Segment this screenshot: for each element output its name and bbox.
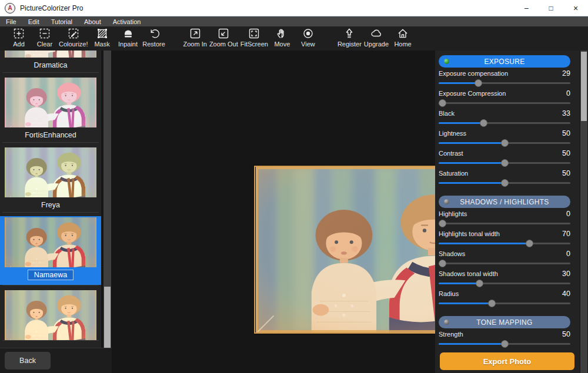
- tool-mask-button[interactable]: Mask: [89, 26, 115, 48]
- slider-value: 33: [562, 109, 570, 117]
- tool-zoom-out-button[interactable]: Zoom Out: [208, 26, 239, 48]
- preset-label: Freya: [0, 200, 101, 210]
- tool-zoom-in-button[interactable]: Zoom In: [182, 26, 208, 48]
- tool-home-button[interactable]: Home: [390, 26, 416, 48]
- slider-value: 50: [562, 330, 570, 338]
- slider-value: 40: [562, 290, 570, 298]
- preset-thumbnail[interactable]: [5, 78, 96, 127]
- tool-add-button[interactable]: Add: [6, 26, 32, 48]
- slider-knob[interactable]: [501, 340, 509, 348]
- preset-thumbnail[interactable]: [5, 51, 96, 58]
- sidebar-scrollbar[interactable]: [103, 51, 111, 348]
- section-title: EXPOSURE: [484, 58, 524, 66]
- maximize-button[interactable]: □: [539, 0, 563, 16]
- menu-item-about[interactable]: About: [78, 18, 107, 25]
- close-button[interactable]: ×: [563, 0, 588, 16]
- slider-knob[interactable]: [439, 260, 446, 267]
- slider-knob[interactable]: [475, 79, 482, 87]
- panel-scrollbar-thumb[interactable]: [581, 52, 587, 121]
- preset-thumbnail-art: [5, 78, 96, 127]
- preset-item-freya[interactable]: Freya: [0, 143, 101, 210]
- tool-label: Mask: [94, 41, 109, 48]
- slider-track[interactable]: [439, 299, 570, 308]
- section-header-tone-mapping[interactable]: TONE MAPPING: [439, 316, 570, 328]
- slider-track[interactable]: [439, 239, 570, 248]
- menu-item-tutorial[interactable]: Tutorial: [45, 18, 78, 25]
- slider-track[interactable]: [439, 119, 570, 127]
- slider-knob[interactable]: [526, 240, 533, 247]
- tool-upgrade-button[interactable]: Upgrade: [363, 26, 390, 48]
- preset-thumbnail[interactable]: [5, 147, 96, 197]
- section-status-dot-icon: [444, 320, 449, 325]
- tool-restore-button[interactable]: Restore: [141, 26, 167, 48]
- slider-track[interactable]: [439, 259, 570, 268]
- slider-track[interactable]: [439, 340, 570, 348]
- slider-knob[interactable]: [488, 300, 496, 307]
- preset-item-unnamed[interactable]: [0, 285, 101, 340]
- tool-view-button[interactable]: View: [295, 26, 321, 48]
- slider-knob[interactable]: [439, 220, 446, 227]
- preset-item-namaewa[interactable]: Namaewa: [0, 216, 101, 285]
- slider-label: Radius: [439, 290, 459, 297]
- tool-colourize-button[interactable]: Colourize!: [58, 26, 89, 48]
- slider-knob[interactable]: [480, 119, 487, 127]
- preset-thumbnail-art: [5, 51, 96, 58]
- slider-track[interactable]: [439, 139, 570, 147]
- title-bar: A PictureColorizer Pro − □ ×: [0, 0, 588, 16]
- back-button[interactable]: Back: [5, 352, 51, 369]
- panel-scrollbar[interactable]: [580, 51, 587, 373]
- tool-register-button[interactable]: Register: [336, 26, 363, 48]
- menu-item-file[interactable]: File: [0, 18, 22, 25]
- slider-knob[interactable]: [476, 280, 483, 287]
- tool-clear-button[interactable]: Clear: [32, 26, 58, 48]
- slider-black: Black33: [439, 109, 570, 127]
- preset-thumbnail[interactable]: [5, 217, 96, 267]
- preset-item-dramatica[interactable]: Dramatica: [0, 51, 101, 70]
- fitscreen-icon: [248, 27, 260, 40]
- slider-track[interactable]: [439, 279, 570, 288]
- preset-label: Namaewa: [0, 270, 101, 280]
- tool-label: Inpaint: [118, 41, 138, 48]
- minimize-button[interactable]: −: [514, 0, 539, 16]
- tool-label: FitScreen: [240, 41, 268, 48]
- slider-label: Highlights: [439, 210, 467, 217]
- slider-shadows: Shadows0: [439, 250, 570, 268]
- export-photo-button[interactable]: Export Photo: [440, 352, 574, 370]
- slider-label: Highlights tonal width: [439, 230, 500, 237]
- menu-item-activation[interactable]: Activation: [107, 18, 147, 25]
- zoomout-icon: [217, 27, 230, 40]
- add-icon: [12, 27, 25, 40]
- preset-thumbnail[interactable]: [5, 290, 96, 340]
- bottom-left-bar: Back: [0, 348, 112, 373]
- section-status-dot-icon: [444, 59, 449, 64]
- slider-label: Contrast: [439, 150, 463, 157]
- slider-knob[interactable]: [501, 159, 509, 167]
- slider-label: Saturation: [439, 170, 468, 177]
- section-header-shadows-highlights[interactable]: SHADOWS / HIGHLIGHTS: [439, 196, 570, 208]
- tool-label: Add: [13, 41, 25, 48]
- slider-strength: Strength50: [439, 330, 570, 348]
- slider-track[interactable]: [439, 79, 570, 88]
- slider-knob[interactable]: [501, 139, 509, 147]
- slider-knob[interactable]: [501, 179, 509, 187]
- sidebar-scrollbar-thumb[interactable]: [104, 287, 111, 348]
- preset-item-fortisenhanced[interactable]: FortisEnhanced: [0, 73, 101, 140]
- slider-shadows-tonal-width: Shadows tonal width30: [439, 270, 570, 288]
- tool-label: View: [301, 41, 315, 48]
- slider-track[interactable]: [439, 159, 570, 167]
- tool-inpaint-button[interactable]: Inpaint: [115, 26, 141, 48]
- tool-fitscreen-button[interactable]: FitScreen: [239, 26, 269, 48]
- slider-track[interactable]: [439, 219, 570, 228]
- slider-track[interactable]: [439, 99, 570, 107]
- slider-track[interactable]: [439, 179, 570, 187]
- menu-item-edit[interactable]: Edit: [22, 18, 45, 25]
- tool-label: Move: [274, 41, 290, 48]
- slider-value: 50: [562, 129, 570, 137]
- home-icon: [396, 27, 409, 40]
- slider-value: 0: [566, 250, 570, 258]
- section-header-exposure[interactable]: EXPOSURE: [439, 55, 570, 68]
- tool-label: Clear: [37, 41, 52, 48]
- slider-highlights-tonal-width: Highlights tonal width70: [439, 230, 570, 248]
- tool-move-button[interactable]: Move: [269, 26, 295, 48]
- slider-knob[interactable]: [439, 99, 446, 107]
